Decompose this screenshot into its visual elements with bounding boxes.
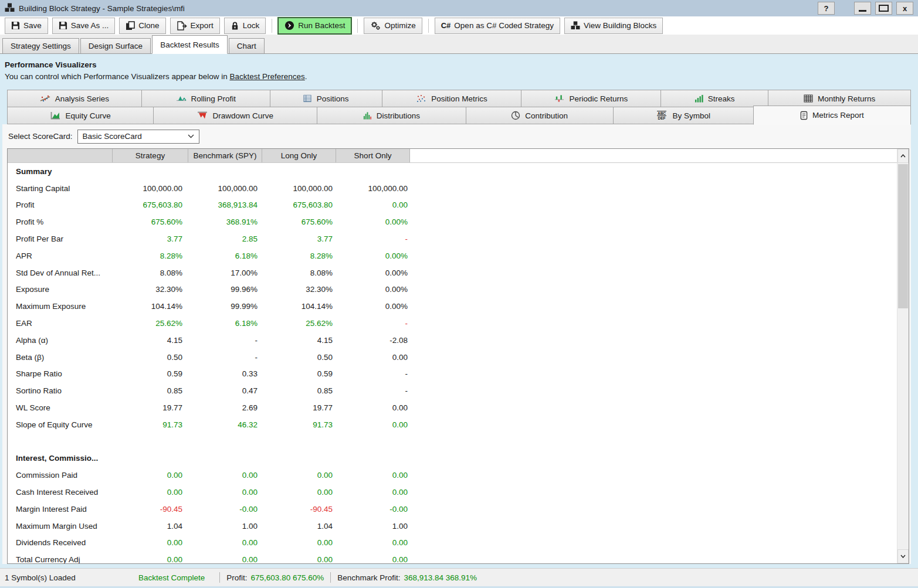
close-button[interactable]: x — [896, 2, 913, 15]
clone-button[interactable]: Clone — [119, 18, 165, 34]
chevron-up-icon — [900, 154, 906, 158]
help-button[interactable]: ? — [818, 2, 835, 15]
table-row[interactable]: Exposure32.30%99.96%32.30%0.00% — [8, 281, 909, 298]
vertical-scrollbar[interactable] — [897, 149, 909, 563]
export-button[interactable]: Export — [170, 18, 220, 34]
metrics-table-body: SummaryStarting Capital100,000.00100,000… — [8, 163, 909, 563]
metric-label: WL Score — [8, 403, 112, 412]
viztab-position-metrics[interactable]: Position Metrics — [382, 90, 522, 107]
viztab-analysis-series[interactable]: Analysis Series — [7, 90, 142, 107]
table-row[interactable]: Commission Paid0.000.000.000.00 — [8, 467, 909, 484]
periodic-returns-icon — [554, 94, 564, 103]
metric-label: EAR — [8, 319, 112, 328]
table-row[interactable]: APR8.28%6.18%8.28%0.00% — [8, 247, 909, 264]
table-row[interactable]: Total Currency Adj0.000.000.000.00 — [8, 551, 909, 563]
viztab-rolling-profit[interactable]: Rolling Profit — [141, 90, 270, 107]
table-row[interactable]: Dividends Received0.000.000.000.00 — [8, 535, 909, 552]
table-row[interactable]: EAR25.62%6.18%25.62%- — [8, 315, 909, 332]
table-row[interactable]: Starting Capital100,000.00100,000.00100,… — [8, 180, 909, 197]
status-bar: 1 Symbol(s) Loaded Backtest Complete Pro… — [0, 568, 918, 586]
tab-strategy-settings[interactable]: Strategy Settings — [2, 38, 79, 53]
metrics-report-panel: Select ScoreCard: Basic ScoreCard Strate… — [2, 124, 911, 564]
tab-backtest-results[interactable]: Backtest Results — [152, 35, 228, 54]
column-header-benchmark[interactable]: Benchmark (SPY) — [188, 149, 262, 162]
metric-value: 25.62% — [112, 319, 187, 328]
table-row[interactable]: Alpha (α)4.15-4.15-2.08 — [8, 332, 909, 349]
table-row[interactable]: Margin Interest Paid-90.45-0.00-90.45-0.… — [8, 501, 909, 518]
metric-value: -2.08 — [337, 336, 412, 345]
table-row[interactable]: Beta (β)0.50-0.500.00 — [8, 349, 909, 366]
save-as-button[interactable]: Save As ... — [52, 18, 116, 34]
metric-value: 0.00 — [337, 488, 412, 497]
run-backtest-button[interactable]: Run Backtest — [278, 18, 351, 34]
viztab-contribution[interactable]: Contribution — [466, 107, 614, 124]
metric-label: Sharpe Ratio — [8, 369, 112, 378]
lock-button[interactable]: Lock — [224, 18, 266, 34]
visualizer-tab-row-2: Equity Curve Drawdown Curve Distribution… — [7, 107, 911, 124]
metric-label: Summary — [8, 167, 112, 176]
scroll-down-button[interactable] — [897, 549, 909, 563]
toolbar-separator — [272, 19, 272, 33]
svg-text:DEF: DEF — [658, 116, 666, 120]
metric-value: - — [337, 319, 412, 328]
performance-visualizers-subtitle: You can control which Performance Visual… — [5, 72, 918, 81]
table-row[interactable]: WL Score19.772.6919.770.00 — [8, 399, 909, 416]
table-row[interactable]: Profit675,603.80368,913.84675,603.800.00 — [8, 197, 909, 214]
table-row[interactable]: Sharpe Ratio0.590.330.59- — [8, 366, 909, 383]
viztab-streaks[interactable]: Streaks — [660, 90, 768, 107]
table-row[interactable]: Profit Per Bar3.772.853.77- — [8, 230, 909, 247]
save-button[interactable]: Save — [5, 18, 48, 34]
column-header-strategy[interactable]: Strategy — [113, 149, 188, 162]
viztab-monthly-returns[interactable]: Monthly Returns — [768, 90, 911, 107]
viztab-distributions[interactable]: Distributions — [317, 107, 466, 124]
viztab-equity-curve[interactable]: Equity Curve — [7, 107, 154, 124]
scorecard-dropdown[interactable]: Basic ScoreCard — [77, 130, 199, 144]
metric-value: 0.00 — [337, 555, 412, 563]
metric-value: 19.77 — [112, 403, 187, 412]
metric-value: 0.00 — [187, 555, 262, 563]
metric-value: 25.62% — [262, 319, 337, 328]
viztab-positions[interactable]: Positions — [270, 90, 382, 107]
metric-value: 0.85 — [112, 386, 187, 395]
csharp-icon: C# — [441, 21, 451, 30]
minimize-icon — [859, 10, 866, 12]
section-header-row[interactable]: Interest, Commissio... — [8, 450, 909, 467]
viztab-drawdown-curve[interactable]: Drawdown Curve — [153, 107, 317, 124]
optimize-button[interactable]: Optimize — [364, 18, 422, 34]
table-row[interactable]: Profit %675.60%368.91%675.60%0.00% — [8, 213, 909, 230]
tab-design-surface[interactable]: Design Surface — [80, 38, 151, 53]
metric-value: 0.00 — [112, 555, 187, 563]
view-building-blocks-button[interactable]: View Building Blocks — [564, 18, 663, 34]
contribution-icon — [511, 111, 520, 120]
table-row[interactable]: Sortino Ratio0.850.470.85- — [8, 382, 909, 399]
column-header-blank[interactable] — [8, 149, 113, 162]
metric-value: 6.18% — [187, 319, 262, 328]
table-row[interactable]: Std Dev of Annual Ret...8.08%17.00%8.08%… — [8, 264, 909, 281]
metric-value: 4.15 — [262, 336, 337, 345]
backtest-preferences-link[interactable]: Backtest Preferences — [229, 72, 304, 81]
distributions-icon — [363, 111, 372, 120]
scorecard-row: Select ScoreCard: Basic ScoreCard — [2, 124, 911, 148]
table-row[interactable]: Maximum Exposure104.14%99.99%104.14%0.00… — [8, 298, 909, 315]
scrollbar-thumb[interactable] — [898, 164, 908, 308]
tab-chart[interactable]: Chart — [229, 38, 265, 53]
open-csharp-button[interactable]: C# Open as C# Coded Strategy — [435, 18, 560, 34]
maximize-button[interactable] — [875, 2, 892, 15]
benchmark-status-label: Benchmark Profit: — [337, 573, 400, 582]
column-header-short-only[interactable]: Short Only — [336, 149, 410, 162]
metric-label: Slope of Equity Curve — [8, 420, 112, 429]
section-header-row[interactable]: Summary — [8, 163, 909, 180]
metric-value: - — [337, 386, 412, 395]
metric-value: 0.00 — [262, 555, 337, 563]
scroll-up-button[interactable] — [897, 149, 909, 163]
minimize-button[interactable] — [854, 2, 871, 15]
table-row[interactable]: Slope of Equity Curve91.7346.3291.730.00 — [8, 416, 909, 433]
viztab-by-symbol[interactable]: ABCDEF By Symbol — [613, 107, 754, 124]
viztab-periodic-returns[interactable]: Periodic Returns — [521, 90, 661, 107]
column-header-long-only[interactable]: Long Only — [262, 149, 336, 162]
table-row[interactable]: Maximum Margin Used1.041.001.041.00 — [8, 518, 909, 535]
metric-value: 0.50 — [112, 353, 187, 362]
building-blocks-icon — [571, 21, 580, 30]
table-row[interactable]: Cash Interest Received0.000.000.000.00 — [8, 484, 909, 501]
viztab-metrics-report[interactable]: Metrics Report — [753, 106, 911, 125]
